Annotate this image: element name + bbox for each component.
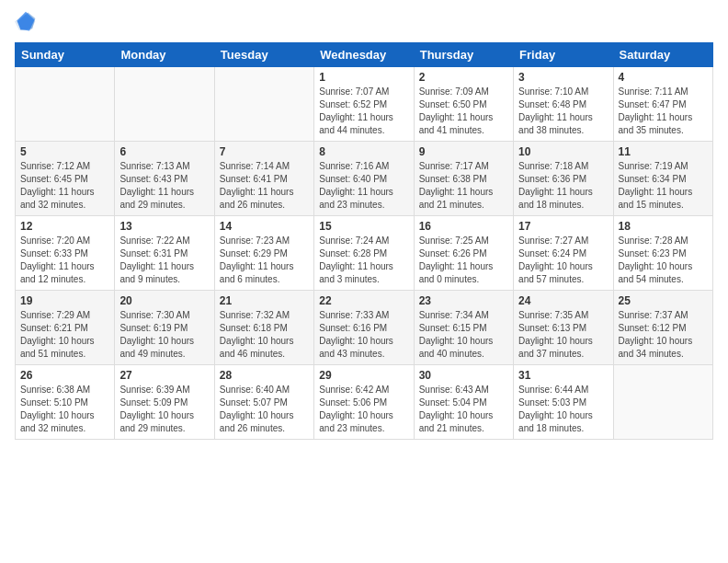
day-info: Sunrise: 7:23 AMSunset: 6:29 PMDaylight:…	[220, 235, 309, 286]
calendar-cell	[115, 67, 214, 142]
calendar-cell: 20Sunrise: 7:30 AMSunset: 6:19 PMDayligh…	[115, 291, 214, 365]
calendar-cell: 6Sunrise: 7:13 AMSunset: 6:43 PMDaylight…	[115, 142, 214, 216]
calendar-cell: 12Sunrise: 7:20 AMSunset: 6:33 PMDayligh…	[16, 216, 115, 291]
column-header-thursday: Thursday	[414, 43, 513, 67]
calendar-cell: 31Sunrise: 6:44 AMSunset: 5:03 PMDayligh…	[514, 365, 613, 440]
day-number: 9	[419, 145, 508, 158]
day-info: Sunrise: 7:34 AMSunset: 6:15 PMDaylight:…	[419, 309, 508, 361]
day-number: 12	[20, 220, 109, 233]
column-header-tuesday: Tuesday	[214, 43, 313, 67]
calendar-cell: 3Sunrise: 7:10 AMSunset: 6:48 PMDaylight…	[514, 67, 613, 142]
calendar-cell: 4Sunrise: 7:11 AMSunset: 6:47 PMDaylight…	[613, 67, 712, 142]
calendar-cell: 13Sunrise: 7:22 AMSunset: 6:31 PMDayligh…	[115, 216, 214, 291]
calendar-cell: 11Sunrise: 7:19 AMSunset: 6:34 PMDayligh…	[613, 142, 712, 216]
calendar-cell: 16Sunrise: 7:25 AMSunset: 6:26 PMDayligh…	[414, 216, 513, 291]
calendar-cell: 29Sunrise: 6:42 AMSunset: 5:06 PMDayligh…	[314, 365, 414, 440]
day-info: Sunrise: 6:39 AMSunset: 5:09 PMDaylight:…	[119, 384, 209, 435]
page-header	[15, 11, 713, 33]
day-number: 31	[518, 369, 608, 382]
calendar-header-row: SundayMondayTuesdayWednesdayThursdayFrid…	[16, 43, 713, 67]
column-header-monday: Monday	[115, 43, 214, 67]
day-info: Sunrise: 7:16 AMSunset: 6:40 PMDaylight:…	[319, 160, 408, 212]
calendar-week-row: 12Sunrise: 7:20 AMSunset: 6:33 PMDayligh…	[16, 216, 713, 291]
day-number: 22	[319, 294, 408, 307]
calendar-cell: 2Sunrise: 7:09 AMSunset: 6:50 PMDaylight…	[414, 67, 513, 142]
day-info: Sunrise: 7:37 AMSunset: 6:12 PMDaylight:…	[619, 309, 708, 361]
calendar-cell: 19Sunrise: 7:29 AMSunset: 6:21 PMDayligh…	[16, 291, 115, 365]
day-info: Sunrise: 7:14 AMSunset: 6:41 PMDaylight:…	[220, 160, 309, 212]
calendar-cell: 21Sunrise: 7:32 AMSunset: 6:18 PMDayligh…	[214, 291, 313, 365]
day-number: 23	[419, 294, 508, 307]
day-info: Sunrise: 7:19 AMSunset: 6:34 PMDaylight:…	[619, 160, 708, 212]
day-info: Sunrise: 7:10 AMSunset: 6:48 PMDaylight:…	[518, 86, 608, 137]
calendar-cell: 5Sunrise: 7:12 AMSunset: 6:45 PMDaylight…	[16, 142, 115, 216]
day-info: Sunrise: 7:20 AMSunset: 6:33 PMDaylight:…	[20, 235, 109, 286]
day-number: 10	[518, 145, 608, 158]
calendar-cell: 23Sunrise: 7:34 AMSunset: 6:15 PMDayligh…	[414, 291, 513, 365]
calendar-cell: 8Sunrise: 7:16 AMSunset: 6:40 PMDaylight…	[314, 142, 414, 216]
calendar-week-row: 5Sunrise: 7:12 AMSunset: 6:45 PMDaylight…	[16, 142, 713, 216]
day-info: Sunrise: 6:44 AMSunset: 5:03 PMDaylight:…	[518, 384, 608, 435]
logo	[15, 11, 40, 33]
day-number: 20	[119, 294, 209, 307]
column-header-sunday: Sunday	[16, 43, 115, 67]
day-info: Sunrise: 7:25 AMSunset: 6:26 PMDaylight:…	[419, 235, 508, 286]
day-number: 30	[419, 369, 508, 382]
day-number: 11	[619, 145, 708, 158]
day-number: 25	[619, 294, 708, 307]
day-info: Sunrise: 7:12 AMSunset: 6:45 PMDaylight:…	[20, 160, 109, 212]
column-header-friday: Friday	[514, 43, 613, 67]
calendar-cell: 10Sunrise: 7:18 AMSunset: 6:36 PMDayligh…	[514, 142, 613, 216]
calendar-cell: 22Sunrise: 7:33 AMSunset: 6:16 PMDayligh…	[314, 291, 414, 365]
calendar-cell: 1Sunrise: 7:07 AMSunset: 6:52 PMDaylight…	[314, 67, 414, 142]
day-info: Sunrise: 7:28 AMSunset: 6:23 PMDaylight:…	[619, 235, 708, 286]
day-number: 26	[20, 369, 109, 382]
calendar-cell: 14Sunrise: 7:23 AMSunset: 6:29 PMDayligh…	[214, 216, 313, 291]
day-info: Sunrise: 7:09 AMSunset: 6:50 PMDaylight:…	[419, 86, 508, 137]
day-info: Sunrise: 7:18 AMSunset: 6:36 PMDaylight:…	[518, 160, 608, 212]
calendar-cell: 9Sunrise: 7:17 AMSunset: 6:38 PMDaylight…	[414, 142, 513, 216]
day-info: Sunrise: 6:38 AMSunset: 5:10 PMDaylight:…	[20, 384, 109, 435]
day-number: 15	[319, 220, 408, 233]
day-number: 28	[220, 369, 309, 382]
calendar-cell: 28Sunrise: 6:40 AMSunset: 5:07 PMDayligh…	[214, 365, 313, 440]
day-number: 14	[220, 220, 309, 233]
day-info: Sunrise: 7:29 AMSunset: 6:21 PMDaylight:…	[20, 309, 109, 361]
calendar-week-row: 19Sunrise: 7:29 AMSunset: 6:21 PMDayligh…	[16, 291, 713, 365]
calendar-cell: 27Sunrise: 6:39 AMSunset: 5:09 PMDayligh…	[115, 365, 214, 440]
day-number: 27	[119, 369, 209, 382]
calendar-cell: 25Sunrise: 7:37 AMSunset: 6:12 PMDayligh…	[613, 291, 712, 365]
day-info: Sunrise: 7:35 AMSunset: 6:13 PMDaylight:…	[518, 309, 608, 361]
day-info: Sunrise: 7:24 AMSunset: 6:28 PMDaylight:…	[319, 235, 408, 286]
calendar-cell: 7Sunrise: 7:14 AMSunset: 6:41 PMDaylight…	[214, 142, 313, 216]
day-number: 16	[419, 220, 508, 233]
day-number: 13	[119, 220, 209, 233]
day-info: Sunrise: 7:17 AMSunset: 6:38 PMDaylight:…	[419, 160, 508, 212]
day-info: Sunrise: 6:43 AMSunset: 5:04 PMDaylight:…	[419, 384, 508, 435]
day-info: Sunrise: 7:13 AMSunset: 6:43 PMDaylight:…	[119, 160, 209, 212]
day-info: Sunrise: 6:42 AMSunset: 5:06 PMDaylight:…	[319, 384, 408, 435]
day-number: 3	[518, 71, 608, 84]
day-number: 5	[20, 145, 109, 158]
day-number: 18	[619, 220, 708, 233]
logo-icon	[15, 11, 37, 33]
calendar-cell	[214, 67, 313, 142]
day-number: 6	[119, 145, 209, 158]
day-number: 4	[619, 71, 708, 84]
calendar-cell: 17Sunrise: 7:27 AMSunset: 6:24 PMDayligh…	[514, 216, 613, 291]
day-number: 2	[419, 71, 508, 84]
day-info: Sunrise: 7:27 AMSunset: 6:24 PMDaylight:…	[518, 235, 608, 286]
column-header-wednesday: Wednesday	[314, 43, 414, 67]
day-number: 24	[518, 294, 608, 307]
calendar-cell: 26Sunrise: 6:38 AMSunset: 5:10 PMDayligh…	[16, 365, 115, 440]
day-number: 1	[319, 71, 408, 84]
day-info: Sunrise: 7:07 AMSunset: 6:52 PMDaylight:…	[319, 86, 408, 137]
day-info: Sunrise: 7:11 AMSunset: 6:47 PMDaylight:…	[619, 86, 708, 137]
calendar-cell	[16, 67, 115, 142]
day-number: 29	[319, 369, 408, 382]
calendar-table: SundayMondayTuesdayWednesdayThursdayFrid…	[15, 42, 713, 440]
day-number: 19	[20, 294, 109, 307]
day-info: Sunrise: 6:40 AMSunset: 5:07 PMDaylight:…	[220, 384, 309, 435]
column-header-saturday: Saturday	[613, 43, 712, 67]
day-info: Sunrise: 7:33 AMSunset: 6:16 PMDaylight:…	[319, 309, 408, 361]
